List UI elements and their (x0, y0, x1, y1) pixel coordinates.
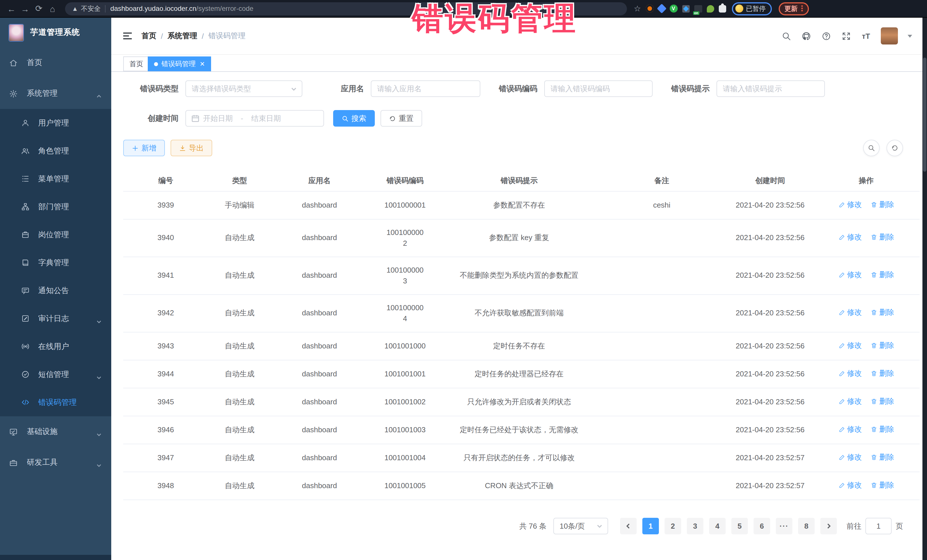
delete-link[interactable]: 删除 (871, 340, 894, 351)
delete-link[interactable]: 删除 (871, 368, 894, 379)
sidebar-item-online-users[interactable]: 在线用户 (0, 332, 111, 360)
announcement-icon (21, 286, 30, 295)
delete-link[interactable]: 删除 (871, 269, 894, 281)
sidebar-item-roles[interactable]: 角色管理 (0, 137, 111, 165)
sidebar-item-dictionary[interactable]: 字典管理 (0, 249, 111, 276)
search-icon[interactable] (781, 31, 791, 41)
edit-link[interactable]: 修改 (838, 424, 862, 435)
goto-page-input[interactable] (865, 518, 892, 534)
page-button-3[interactable]: 3 (687, 518, 704, 534)
delete-link[interactable]: 删除 (871, 452, 894, 463)
sidebar-item-announcements[interactable]: 通知公告 (0, 276, 111, 305)
prev-page-button[interactable] (620, 518, 637, 534)
sidebar-item-menus[interactable]: 菜单管理 (0, 165, 111, 193)
page-button-8[interactable]: 8 (798, 518, 815, 534)
extension-icon-orange[interactable] (646, 5, 653, 12)
sidebar-item-audit-log[interactable]: 审计日志 (0, 305, 111, 332)
extension-icon-tampermonkey[interactable] (682, 5, 689, 12)
page-button-2[interactable]: 2 (664, 518, 681, 534)
edit-link[interactable]: 修改 (838, 269, 862, 281)
font-size-icon[interactable]: ᴛT (861, 31, 871, 41)
app-name-input[interactable] (371, 80, 480, 97)
user-avatar[interactable] (881, 27, 898, 44)
extension-icon-key[interactable] (707, 5, 714, 12)
home-icon[interactable]: ⌂ (46, 4, 59, 14)
avatar-caret-icon[interactable] (907, 35, 912, 37)
extension-icon-switch[interactable]: on (694, 5, 702, 12)
sidebar-item-infrastructure[interactable]: 基础设施 (0, 416, 111, 447)
search-button[interactable]: 搜索 (333, 110, 375, 127)
breadcrumb-system[interactable]: 系统管理 (167, 31, 197, 41)
delete-link[interactable]: 删除 (871, 396, 894, 407)
page-button-4[interactable]: 4 (709, 518, 726, 534)
page-button-1[interactable]: 1 (642, 518, 659, 534)
extensions-puzzle-icon[interactable] (719, 5, 726, 12)
edit-link[interactable]: 修改 (838, 232, 862, 243)
sidebar-item-positions[interactable]: 岗位管理 (0, 221, 111, 249)
tab-error-code[interactable]: 错误码管理 ✕ (148, 56, 211, 71)
breadcrumb-current: 错误码管理 (208, 31, 246, 41)
app-title: 芋道管理系统 (30, 27, 80, 38)
org-tree-icon (21, 202, 30, 211)
sidebar-item-home[interactable]: 首页 (0, 47, 111, 78)
reset-button[interactable]: 重置 (380, 110, 422, 127)
tab-home[interactable]: 首页 (123, 56, 149, 71)
help-icon[interactable] (821, 31, 831, 41)
sidebar-item-users[interactable]: 用户管理 (0, 109, 111, 137)
github-icon[interactable] (801, 31, 811, 41)
delete-link[interactable]: 删除 (871, 307, 894, 318)
sidebar-item-devtools[interactable]: 研发工具 (0, 447, 111, 478)
breadcrumb-home[interactable]: 首页 (141, 31, 156, 41)
sidebar-item-departments[interactable]: 部门管理 (0, 193, 111, 221)
edit-link[interactable]: 修改 (838, 307, 862, 318)
app-logo[interactable]: 芋道管理系统 (0, 18, 111, 47)
error-type-select[interactable]: 请选择错误码类型 (185, 80, 302, 97)
delete-link[interactable]: 删除 (871, 232, 894, 243)
delete-link[interactable]: 删除 (871, 424, 894, 435)
sidebar-item-system[interactable]: 系统管理 (0, 78, 111, 109)
extension-icon-gem[interactable] (656, 4, 666, 14)
delete-link[interactable]: 删除 (871, 199, 894, 210)
tab-close-icon[interactable]: ✕ (200, 60, 205, 68)
edit-link[interactable]: 修改 (838, 368, 862, 379)
scrollbar-thumb[interactable] (923, 58, 926, 171)
fullscreen-icon[interactable] (841, 31, 851, 41)
table-row: 3947 自动生成 dashboard 1001001004 只有开启状态的任务… (123, 444, 919, 472)
delete-link[interactable]: 删除 (871, 480, 894, 491)
page-size-select[interactable]: 10条/页 (553, 518, 608, 534)
edit-link[interactable]: 修改 (838, 480, 862, 491)
hide-search-icon[interactable] (863, 140, 880, 156)
export-button[interactable]: 导出 (170, 140, 212, 156)
security-label: 不安全 (81, 4, 101, 13)
browser-menu-kebab-icon[interactable]: ••• (801, 5, 803, 12)
edit-link[interactable]: 修改 (838, 199, 862, 210)
header-actions: ᴛT (781, 27, 912, 44)
extension-icon-green[interactable]: V (669, 5, 678, 12)
address-bar[interactable]: ▲ 不安全 dashboard.yudao.iocoder.cn /system… (65, 2, 627, 15)
page-button-5[interactable]: 5 (731, 518, 748, 534)
back-icon[interactable]: ← (5, 4, 18, 14)
date-range-picker[interactable]: 开始日期 - 结束日期 (185, 110, 324, 127)
browser-update-button[interactable]: 更新 ••• (779, 2, 808, 15)
more-pages-button[interactable]: ··· (776, 518, 792, 534)
bookmark-star-icon[interactable]: ☆ (634, 4, 641, 13)
reload-icon[interactable]: ⟳ (32, 3, 46, 14)
error-code-input[interactable] (544, 80, 653, 97)
window-scrollbar[interactable] (922, 18, 927, 560)
edit-link[interactable]: 修改 (838, 340, 862, 351)
sidebar-item-sms[interactable]: 短信管理 (0, 360, 111, 389)
home-icon (9, 58, 18, 67)
edit-link[interactable]: 修改 (838, 452, 862, 463)
menu-list-icon (21, 175, 30, 183)
add-button[interactable]: 新增 (123, 140, 165, 156)
forward-icon[interactable]: → (18, 4, 32, 14)
page-button-6[interactable]: 6 (754, 518, 770, 534)
filter-row-1: 错误码类型 请选择错误码类型 应用名 错误码编码 错误码提示 (134, 80, 825, 97)
edit-link[interactable]: 修改 (838, 396, 862, 407)
refresh-icon[interactable] (886, 140, 903, 156)
error-hint-input[interactable] (716, 80, 825, 97)
next-page-button[interactable] (820, 518, 837, 534)
sidebar-collapse-icon[interactable] (123, 32, 132, 40)
sidebar-item-error-code[interactable]: 错误码管理 (0, 389, 111, 416)
profile-paused-badge[interactable]: 已暂停 (732, 2, 772, 15)
